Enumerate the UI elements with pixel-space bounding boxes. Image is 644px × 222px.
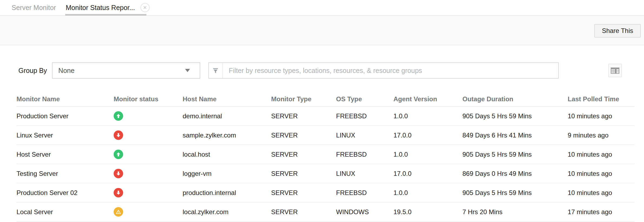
monitor-status-cell [114, 169, 183, 178]
group-by-label: Group By [18, 67, 47, 75]
table-row[interactable]: Local Serverlocal.zylker.comSERVERWINDOW… [17, 203, 635, 222]
warning-triangle-icon [114, 207, 123, 217]
arrow-up-icon [114, 150, 123, 159]
table-row[interactable]: Production Serverdemo.internalSERVERFREE… [17, 107, 635, 126]
outage-duration-cell: 849 Days 6 Hrs 41 Mins [462, 132, 568, 139]
monitor-type-cell: SERVER [271, 151, 336, 158]
column-header-host-name[interactable]: Host Name [183, 95, 271, 103]
agent-version-cell: 1.0.0 [393, 189, 462, 197]
monitor-type-cell: SERVER [271, 208, 336, 216]
os-type-cell: LINUX [336, 132, 393, 139]
agent-version-cell: 1.0.0 [393, 151, 462, 158]
os-type-cell: LINUX [336, 170, 393, 177]
last-polled-time-cell: 10 minutes ago [568, 112, 635, 120]
table-columns-icon [610, 67, 620, 74]
last-polled-time-cell: 10 minutes ago [568, 151, 635, 158]
monitor-status-table: Monitor NameMonitor statusHost NameMonit… [17, 92, 635, 222]
column-header-last-polled-time[interactable]: Last Polled Time [568, 95, 635, 103]
outage-duration-cell: 7 Hrs 20 Mins [462, 208, 568, 216]
monitor-name-cell: Production Server 02 [17, 189, 114, 197]
filter-box [208, 62, 559, 79]
tab-server-monitor[interactable]: Server Monitor [9, 0, 59, 15]
column-header-monitor-name[interactable]: Monitor Name [17, 95, 114, 103]
monitor-type-cell: SERVER [271, 170, 336, 177]
host-name-cell: local.zylker.com [183, 208, 271, 216]
last-polled-time-cell: 9 minutes ago [568, 132, 635, 139]
monitor-status-cell [114, 150, 183, 159]
table-row[interactable]: Host Serverlocal.hostSERVERFREEBSD1.0.09… [17, 145, 635, 164]
monitor-name-cell: Production Server [17, 112, 114, 120]
agent-version-cell: 17.0.0 [393, 132, 462, 139]
os-type-cell: FREEBSD [336, 112, 393, 120]
host-name-cell: local.host [183, 151, 271, 158]
tab-bar: Server Monitor Monitor Status Repor... ✕ [0, 0, 644, 16]
share-this-button[interactable]: Share This [594, 24, 641, 38]
monitor-status-cell [114, 130, 183, 140]
monitor-status-cell [114, 207, 183, 217]
os-type-cell: FREEBSD [336, 151, 393, 158]
table-row[interactable]: Linux Serversample.zylker.comSERVERLINUX… [17, 126, 635, 145]
arrow-down-icon [114, 169, 123, 178]
column-header-monitor-status[interactable]: Monitor status [114, 95, 183, 103]
arrow-down-icon [114, 130, 123, 140]
tab-monitor-status-report[interactable]: Monitor Status Repor... ✕ [64, 0, 152, 15]
monitor-name-cell: Host Server [17, 151, 114, 158]
monitor-name-cell: Linux Server [17, 132, 114, 139]
tab-label: Monitor Status Repor... [66, 4, 135, 12]
table-body: Production Serverdemo.internalSERVERFREE… [17, 107, 635, 222]
chevron-down-icon [185, 69, 190, 72]
group-by-dropdown[interactable]: None [52, 62, 200, 79]
agent-version-cell: 19.5.0 [393, 208, 462, 216]
column-header-monitor-type[interactable]: Monitor Type [271, 95, 336, 103]
column-header-os-type[interactable]: OS Type [336, 95, 393, 103]
agent-version-cell: 1.0.0 [393, 112, 462, 120]
arrow-down-icon [114, 188, 123, 197]
toolbar: Share This [0, 16, 644, 45]
last-polled-time-cell: 10 minutes ago [568, 189, 635, 197]
monitor-status-cell [114, 188, 183, 197]
column-header-outage-duration[interactable]: Outage Duration [462, 95, 568, 103]
monitor-type-cell: SERVER [271, 112, 336, 120]
group-by-value: None [58, 67, 185, 75]
outage-duration-cell: 905 Days 5 Hrs 59 Mins [462, 112, 568, 120]
monitor-type-cell: SERVER [271, 132, 336, 139]
monitor-name-cell: Local Server [17, 208, 114, 216]
host-name-cell: demo.internal [183, 112, 271, 120]
outage-duration-cell: 869 Days 0 Hrs 49 Mins [462, 170, 568, 177]
filter-controls: Group By None [0, 62, 644, 79]
table-header-row: Monitor NameMonitor statusHost NameMonit… [17, 92, 635, 107]
column-chooser-button[interactable] [608, 64, 622, 77]
monitor-status-cell [114, 111, 183, 121]
arrow-up-icon [114, 111, 123, 121]
column-header-agent-version[interactable]: Agent Version [393, 95, 462, 103]
os-type-cell: FREEBSD [336, 189, 393, 197]
host-name-cell: sample.zylker.com [183, 132, 271, 139]
funnel-icon[interactable] [209, 63, 223, 78]
close-icon[interactable]: ✕ [140, 3, 150, 12]
outage-duration-cell: 905 Days 5 Hrs 59 Mins [462, 189, 568, 197]
monitor-type-cell: SERVER [271, 189, 336, 197]
os-type-cell: WINDOWS [336, 208, 393, 216]
agent-version-cell: 17.0.0 [393, 170, 462, 177]
last-polled-time-cell: 10 minutes ago [568, 170, 635, 177]
table-row[interactable]: Production Server 02production.internalS… [17, 183, 635, 203]
monitor-name-cell: Testing Server [17, 170, 114, 177]
outage-duration-cell: 905 Days 5 Hrs 59 Mins [462, 151, 568, 158]
filter-input[interactable] [223, 63, 558, 78]
host-name-cell: logger-vm [183, 170, 271, 177]
last-polled-time-cell: 17 minutes ago [568, 208, 635, 216]
table-row[interactable]: Testing Serverlogger-vmSERVERLINUX17.0.0… [17, 164, 635, 183]
host-name-cell: production.internal [183, 189, 271, 197]
